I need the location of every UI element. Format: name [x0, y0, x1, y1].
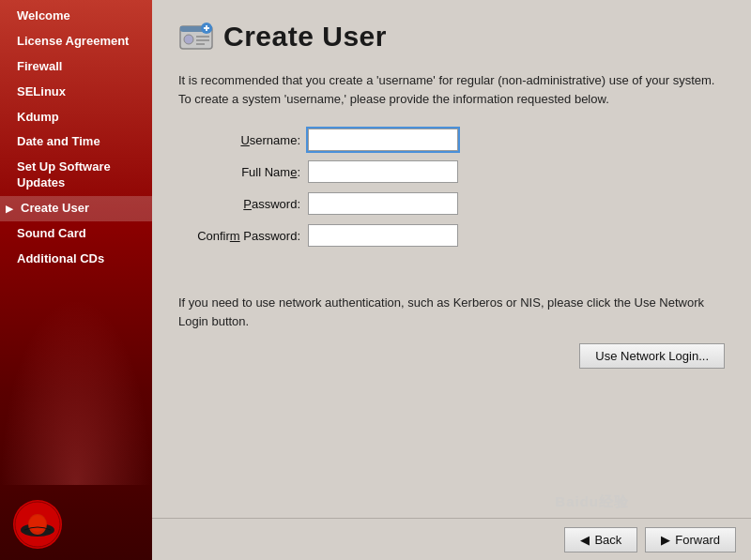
forward-button[interactable]: ▶ Forward	[645, 527, 736, 552]
back-icon: ◀	[580, 533, 590, 547]
network-login-button[interactable]: Use Network Login...	[579, 343, 725, 369]
username-row: Username:	[178, 129, 725, 151]
watermark: Baidu经验	[555, 493, 629, 511]
fullname-input[interactable]	[308, 160, 458, 183]
sidebar-item-kdump[interactable]: Kdump	[0, 105, 152, 130]
sidebar: WelcomeLicense AgreementFirewallSELinuxK…	[0, 0, 152, 560]
bottom-bar: ◀ Back ▶ Forward	[152, 518, 751, 560]
sidebar-item-selinux[interactable]: SELinux	[0, 80, 152, 105]
sidebar-item-create-user[interactable]: Create User	[0, 196, 152, 221]
user-form: Username: Full Name: Password: Confirm P…	[178, 129, 725, 247]
back-button[interactable]: ◀ Back	[564, 527, 637, 552]
page-header: Create User	[178, 19, 725, 54]
sidebar-item-welcome[interactable]: Welcome	[0, 4, 152, 29]
network-btn-row: Use Network Login...	[178, 343, 725, 369]
svg-point-4	[29, 515, 46, 532]
create-user-icon	[178, 19, 214, 54]
fullname-label: Full Name:	[178, 165, 300, 179]
password-input[interactable]	[308, 192, 458, 215]
network-note-text: If you need to use network authenticatio…	[178, 294, 725, 330]
main-content: Create User It is recommended that you c…	[152, 0, 751, 560]
sidebar-item-license[interactable]: License Agreement	[0, 29, 152, 54]
sidebar-item-firewall[interactable]: Firewall	[0, 54, 152, 80]
fullname-row: Full Name:	[178, 160, 725, 183]
sidebar-nav: WelcomeLicense AgreementFirewallSELinuxK…	[0, 0, 152, 272]
sidebar-item-datetime[interactable]: Date and Time	[0, 129, 152, 155]
bottom-wrapper: Baidu经验 ◀ Back ▶ Forward	[152, 518, 751, 560]
username-input[interactable]	[308, 129, 458, 151]
sidebar-item-software-updates[interactable]: Set Up Software Updates	[0, 155, 152, 196]
redhat-logo	[11, 498, 64, 551]
content-area: Create User It is recommended that you c…	[152, 0, 751, 518]
description-text: It is recommended that you create a 'use…	[178, 71, 725, 108]
forward-icon: ▶	[661, 533, 670, 547]
back-label: Back	[594, 533, 621, 547]
confirm-password-label: Confirm Password:	[178, 229, 300, 243]
sidebar-item-sound-card[interactable]: Sound Card	[0, 221, 152, 247]
svg-point-8	[184, 35, 193, 44]
confirm-password-row: Confirm Password:	[178, 224, 725, 247]
page-title: Create User	[223, 21, 387, 53]
username-label: Username:	[178, 133, 300, 147]
forward-label: Forward	[675, 533, 720, 547]
password-row: Password:	[178, 192, 725, 215]
sidebar-item-additional-cds[interactable]: Additional CDs	[0, 247, 152, 272]
confirm-password-input[interactable]	[308, 224, 458, 247]
password-label: Password:	[178, 197, 300, 211]
